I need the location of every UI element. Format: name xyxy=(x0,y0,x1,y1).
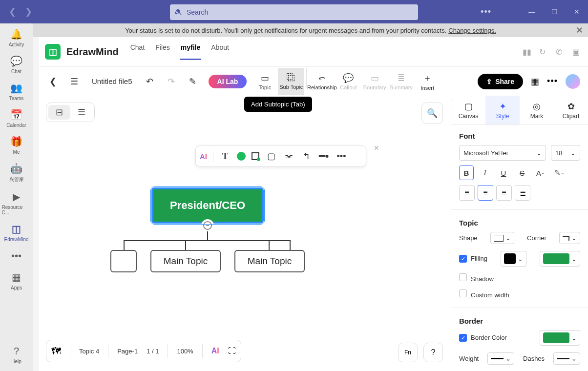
dashes-select[interactable]: ⌄ xyxy=(553,352,580,365)
shadow-checkbox[interactable] xyxy=(459,273,467,281)
weight-select[interactable]: ⌄ xyxy=(487,352,514,365)
minimize-button[interactable]: — xyxy=(521,0,543,23)
shape-select[interactable]: ⌄ xyxy=(490,232,514,244)
rail-help[interactable]: ?Help xyxy=(2,345,31,364)
tab-files[interactable]: Files xyxy=(155,43,170,60)
rail-more[interactable]: ••• xyxy=(2,250,31,264)
tab-myfile[interactable]: myfile xyxy=(181,43,200,60)
align-left[interactable]: ≡ xyxy=(459,185,475,201)
canvas-search[interactable]: 🔍 xyxy=(421,103,443,124)
highlight-button[interactable]: ✎⌄ xyxy=(552,165,567,180)
child-node-1[interactable] xyxy=(110,250,137,272)
rail-calendar[interactable]: 📅Calendar xyxy=(2,109,31,128)
ft-text-icon[interactable]: T xyxy=(219,151,231,162)
redo-button[interactable]: ↷ xyxy=(161,71,182,92)
ft-branch-icon[interactable]: ⫘ xyxy=(283,151,294,162)
close-button[interactable]: ✕ xyxy=(566,0,588,23)
child-node-2[interactable]: Main Topic xyxy=(150,250,221,272)
align-right[interactable]: ≡ xyxy=(496,185,512,201)
rail-xgj[interactable]: 🤖兴管家 xyxy=(2,163,31,183)
bold-button[interactable]: B xyxy=(459,165,474,180)
rail-resource[interactable]: ▶Resource C... xyxy=(2,191,31,215)
ft-square-icon[interactable]: ▢ xyxy=(265,151,277,162)
maximize-button[interactable]: ☐ xyxy=(543,0,566,23)
tool-insert[interactable]: ＋Insert xyxy=(414,68,441,95)
back-button[interactable]: ❮ xyxy=(42,71,63,92)
page-label[interactable]: Page-1 xyxy=(117,348,138,355)
collapse-icon[interactable]: − xyxy=(203,221,212,230)
ft-fill-icon[interactable] xyxy=(237,152,246,161)
ft-shape-icon[interactable] xyxy=(252,152,259,160)
underline-button[interactable]: U xyxy=(496,165,511,180)
outline-view[interactable]: ☰ xyxy=(70,105,92,120)
font-family-select[interactable]: Microsoft YaHei⌄ xyxy=(459,145,546,161)
phone-icon[interactable]: ✆ xyxy=(556,47,565,56)
user-avatar[interactable] xyxy=(566,74,580,89)
canvas[interactable]: ⊟ ☰ 🔍 Add Subtopic (Tab) AI T ▢ ⫘ ↰ ━• •… xyxy=(39,96,451,371)
share-button[interactable]: ⇪Share xyxy=(478,74,523,89)
font-color-button[interactable]: A⌄ xyxy=(533,165,548,180)
fill-color-select[interactable]: ⌄ xyxy=(540,251,580,267)
ft-line-icon[interactable]: ━• xyxy=(318,150,330,163)
grid-icon[interactable]: ▦ xyxy=(531,76,539,87)
tool-relationship[interactable]: ⤺Relationship xyxy=(309,68,335,95)
rail-apps[interactable]: ▦Apps xyxy=(2,271,31,290)
help-button[interactable]: ? xyxy=(423,343,443,362)
footer-ai-icon[interactable]: AI xyxy=(211,347,219,355)
video-icon[interactable]: ▮▮ xyxy=(523,47,531,56)
ft-more-icon[interactable]: ••• xyxy=(336,151,347,162)
align-justify[interactable]: ≣ xyxy=(515,185,530,201)
topic-icon: ▭ xyxy=(261,73,269,83)
italic-button[interactable]: I xyxy=(478,165,492,180)
ft-close-icon[interactable]: ✕ xyxy=(374,144,379,152)
font-size-select[interactable]: 18⌄ xyxy=(551,145,580,161)
back-arrow[interactable]: ❮ xyxy=(9,6,16,17)
corner-select[interactable]: ⌄ xyxy=(559,232,580,244)
strike-button[interactable]: S xyxy=(515,165,529,180)
fill-mode-select[interactable]: ⌄ xyxy=(501,251,526,267)
global-search[interactable]: Search xyxy=(170,4,418,20)
status-link[interactable]: Change settings. xyxy=(448,27,496,34)
rail-me[interactable]: 🎁Me xyxy=(2,136,31,155)
tool-topic[interactable]: ▭Topic xyxy=(252,68,278,95)
popout-icon[interactable]: ▣ xyxy=(572,47,581,56)
filling-checkbox[interactable]: ✓ xyxy=(459,255,467,263)
border-section-title: Border xyxy=(459,317,580,325)
map-icon[interactable]: 🗺 xyxy=(51,346,61,357)
panel-collapse-icon[interactable]: › xyxy=(451,101,453,118)
align-center[interactable]: ≡ xyxy=(478,185,493,201)
bordercolor-select[interactable]: ⌄ xyxy=(540,330,580,346)
menu-button[interactable]: ☰ xyxy=(63,71,85,92)
forward-arrow[interactable]: ❯ xyxy=(25,6,32,17)
ptab-mark[interactable]: ◎Mark xyxy=(520,96,554,124)
rail-edrawmind[interactable]: ◫EdrawMind xyxy=(2,223,31,242)
root-node[interactable]: President/CEO − xyxy=(151,187,264,224)
more-icon[interactable]: ••• xyxy=(547,76,558,86)
ptab-canvas[interactable]: ▢Canvas xyxy=(451,96,485,124)
titlebar-more-icon[interactable]: ••• xyxy=(481,7,491,17)
zoom-level[interactable]: 100% xyxy=(177,348,193,355)
ptab-clipart[interactable]: ✿Clipart xyxy=(554,96,588,124)
fullscreen-icon[interactable]: ⛶ xyxy=(228,347,236,355)
bordercolor-checkbox[interactable]: ✓ xyxy=(459,334,467,342)
mindmap-view[interactable]: ⊟ xyxy=(48,105,70,120)
customwidth-checkbox[interactable] xyxy=(459,289,467,297)
tool-subtopic[interactable]: ⿻Sub Topic xyxy=(278,68,304,95)
rail-chat[interactable]: 💬Chat xyxy=(2,55,31,74)
rail-activity[interactable]: 🔔Activity xyxy=(2,28,31,47)
help-icon: ? xyxy=(11,345,22,357)
fn-button[interactable]: Fn xyxy=(398,343,418,362)
ft-layout-icon[interactable]: ↰ xyxy=(300,151,312,162)
reload-icon[interactable]: ↻ xyxy=(539,47,548,56)
ai-lab-button[interactable]: AI Lab xyxy=(209,75,247,88)
ptab-style[interactable]: ✦Style xyxy=(485,96,520,124)
tab-about[interactable]: About xyxy=(211,43,229,60)
tab-chat[interactable]: Chat xyxy=(130,43,145,60)
format-painter[interactable]: ✎ xyxy=(182,71,204,92)
rail-teams[interactable]: 👥Teams xyxy=(2,82,31,101)
child-node-3[interactable]: Main Topic xyxy=(234,250,305,272)
status-close-icon[interactable]: ✕ xyxy=(576,25,583,36)
undo-button[interactable]: ↶ xyxy=(139,71,161,92)
file-name[interactable]: Untitled file5 xyxy=(85,77,139,85)
ft-ai-icon[interactable]: AI xyxy=(200,152,207,161)
